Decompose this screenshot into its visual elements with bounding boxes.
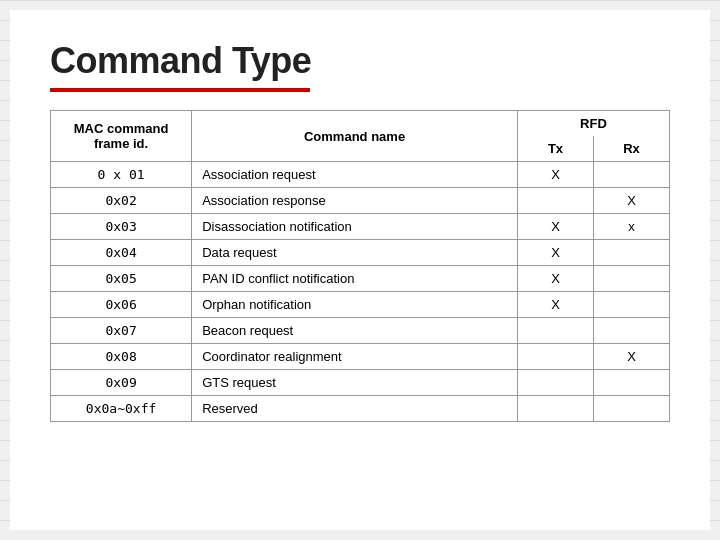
table-row: 0x05PAN ID conflict notificationX — [51, 266, 670, 292]
tx-cell — [517, 370, 593, 396]
command-name-cell: Coordinator realignment — [192, 344, 518, 370]
command-name-cell: Orphan notification — [192, 292, 518, 318]
tx-cell — [517, 318, 593, 344]
table-row: 0x03Disassociation notificationXx — [51, 214, 670, 240]
command-name-cell: Beacon request — [192, 318, 518, 344]
rfd-header: RFD — [517, 111, 669, 137]
rx-cell — [593, 266, 669, 292]
mac-frame-id-header: MAC command frame id. — [51, 111, 192, 162]
table-row: 0x06Orphan notificationX — [51, 292, 670, 318]
rx-cell — [593, 240, 669, 266]
rx-cell — [593, 318, 669, 344]
command-name-cell: GTS request — [192, 370, 518, 396]
table-row: 0x02Association responseX — [51, 188, 670, 214]
tx-cell — [517, 344, 593, 370]
rx-cell — [593, 292, 669, 318]
tx-cell: X — [517, 240, 593, 266]
rx-header: Rx — [593, 136, 669, 162]
tx-cell — [517, 188, 593, 214]
title-underline — [50, 88, 310, 92]
frame-id-cell: 0x03 — [51, 214, 192, 240]
command-name-cell: Association request — [192, 162, 518, 188]
table-row: 0x07Beacon request — [51, 318, 670, 344]
table-row: 0x0a~0xffReserved — [51, 396, 670, 422]
tx-cell: X — [517, 292, 593, 318]
frame-id-cell: 0x08 — [51, 344, 192, 370]
command-name-cell: Association response — [192, 188, 518, 214]
table-row: 0x04Data requestX — [51, 240, 670, 266]
tx-cell: X — [517, 214, 593, 240]
tx-cell — [517, 396, 593, 422]
rx-cell: X — [593, 344, 669, 370]
rx-cell — [593, 162, 669, 188]
frame-id-cell: 0x06 — [51, 292, 192, 318]
tx-cell: X — [517, 266, 593, 292]
rx-cell: X — [593, 188, 669, 214]
page-title: Command Type — [50, 40, 670, 82]
command-type-table: MAC command frame id. Command name RFD T… — [50, 110, 670, 422]
frame-id-cell: 0x07 — [51, 318, 192, 344]
frame-id-cell: 0x09 — [51, 370, 192, 396]
frame-id-cell: 0x04 — [51, 240, 192, 266]
command-name-cell: Disassociation notification — [192, 214, 518, 240]
frame-id-cell: 0x0a~0xff — [51, 396, 192, 422]
tx-header: Tx — [517, 136, 593, 162]
table-row: 0 x 01Association requestX — [51, 162, 670, 188]
command-name-header: Command name — [192, 111, 518, 162]
rx-cell — [593, 396, 669, 422]
command-name-cell: Reserved — [192, 396, 518, 422]
frame-id-cell: 0x02 — [51, 188, 192, 214]
tx-cell: X — [517, 162, 593, 188]
frame-id-cell: 0 x 01 — [51, 162, 192, 188]
command-name-cell: Data request — [192, 240, 518, 266]
page-container: Command Type MAC command frame id. Comma… — [10, 10, 710, 530]
command-name-cell: PAN ID conflict notification — [192, 266, 518, 292]
frame-id-cell: 0x05 — [51, 266, 192, 292]
rx-cell: x — [593, 214, 669, 240]
rx-cell — [593, 370, 669, 396]
table-row: 0x08Coordinator realignmentX — [51, 344, 670, 370]
table-row: 0x09GTS request — [51, 370, 670, 396]
